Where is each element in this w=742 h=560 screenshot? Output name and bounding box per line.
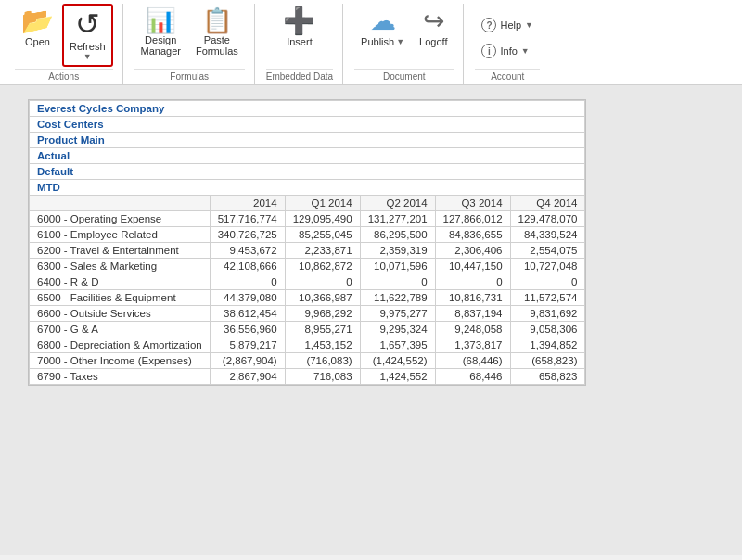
row-value: 2,554,075 <box>510 243 585 259</box>
row-value: 8,837,194 <box>435 306 510 322</box>
row-value: (1,424,552) <box>360 353 435 369</box>
row-value: 85,255,045 <box>285 227 360 243</box>
row-label: 6790 - Taxes <box>30 369 211 385</box>
row-value: 2,233,871 <box>285 243 360 259</box>
row-value: 9,248,058 <box>435 322 510 337</box>
default: Default <box>30 164 585 180</box>
row-value: 9,295,324 <box>360 322 435 337</box>
row-value: 716,083 <box>285 369 360 385</box>
row-value: 11,622,789 <box>360 290 435 306</box>
open-icon: 📂 <box>21 8 54 34</box>
publish-icon: ☁ <box>370 8 396 34</box>
header-row-default: Default <box>30 164 585 180</box>
refresh-button[interactable]: ↺ Refresh ▼ <box>62 4 113 67</box>
help-label: Help <box>500 19 521 31</box>
embedded-group-label: Embedded Data <box>266 69 333 84</box>
row-value: 2,867,904 <box>210 369 285 385</box>
row-value: 340,726,725 <box>210 227 285 243</box>
info-label: Info <box>500 45 517 57</box>
col-header-q1: Q1 2014 <box>285 196 360 211</box>
header-row-mtd: MTD <box>30 180 585 196</box>
row-value: 0 <box>210 274 285 290</box>
row-value: 10,816,731 <box>435 290 510 306</box>
paste-formulas-button[interactable]: 📋 PasteFormulas <box>189 4 245 61</box>
data-table: Everest Cycles Company Cost Centers Prod… <box>29 100 585 385</box>
help-dropdown-icon: ▼ <box>525 20 533 30</box>
document-buttons: ☁ Publish ▼ ↪ Logoff <box>354 4 454 67</box>
refresh-icon: ↺ <box>75 9 100 39</box>
row-label: 6000 - Operating Expense <box>30 211 211 227</box>
ribbon: 📂 Open ↺ Refresh ▼ Actions 📊 DesignManag… <box>0 0 742 85</box>
row-label: 6400 - R & D <box>30 274 211 290</box>
col-header-q3: Q3 2014 <box>435 196 510 211</box>
column-headers-row: 2014 Q1 2014 Q2 2014 Q3 2014 Q4 2014 <box>30 196 585 211</box>
col-header-2014: 2014 <box>210 196 285 211</box>
row-value: 5,879,217 <box>210 337 285 353</box>
insert-button[interactable]: ➕ Insert <box>276 4 322 52</box>
formulas-buttons: 📊 DesignManager 📋 PasteFormulas <box>134 4 245 67</box>
row-value: 658,823 <box>510 369 585 385</box>
row-value: 129,095,490 <box>285 211 360 227</box>
ribbon-group-formulas: 📊 DesignManager 📋 PasteFormulas Formulas <box>125 4 255 84</box>
row-value: 0 <box>510 274 585 290</box>
publish-label: Publish ▼ <box>361 36 404 47</box>
row-value: 131,277,201 <box>360 211 435 227</box>
table-row: 6700 - G & A36,556,9608,955,2719,295,324… <box>30 322 585 337</box>
table-body: Everest Cycles Company Cost Centers Prod… <box>30 101 585 211</box>
row-value: 42,108,666 <box>210 259 285 274</box>
publish-dropdown-icon: ▼ <box>396 37 404 46</box>
table-row: 6300 - Sales & Marketing42,108,66610,862… <box>30 259 585 274</box>
row-value: (68,446) <box>435 353 510 369</box>
cost-centers: Cost Centers <box>30 117 585 133</box>
help-icon: ? <box>481 18 496 32</box>
row-value: 0 <box>435 274 510 290</box>
main-area: Everest Cycles Company Cost Centers Prod… <box>0 85 742 555</box>
row-value: 517,716,774 <box>210 211 285 227</box>
row-label: 6100 - Employee Related <box>30 227 211 243</box>
info-dropdown-icon: ▼ <box>521 46 530 56</box>
design-manager-icon: 📊 <box>146 8 175 32</box>
row-value: 10,366,987 <box>285 290 360 306</box>
row-value: 8,955,271 <box>285 322 360 337</box>
row-value: 129,478,070 <box>510 211 585 227</box>
open-label: Open <box>25 36 50 47</box>
paste-formulas-label: PasteFormulas <box>196 34 238 57</box>
row-value: 9,058,306 <box>510 322 585 337</box>
table-row: 6790 - Taxes2,867,904716,0831,424,55268,… <box>30 369 585 385</box>
open-button[interactable]: 📂 Open <box>15 4 60 52</box>
document-group-label: Document <box>354 69 454 84</box>
row-label: 6700 - G & A <box>30 322 211 337</box>
publish-button[interactable]: ☁ Publish ▼ <box>354 4 411 52</box>
table-row: 6100 - Employee Related340,726,72585,255… <box>30 227 585 243</box>
col-header-q2: Q2 2014 <box>360 196 435 211</box>
ribbon-group-document: ☁ Publish ▼ ↪ Logoff Document <box>345 4 464 84</box>
data-rows-body: 6000 - Operating Expense517,716,774129,0… <box>30 211 585 385</box>
table-row: 6400 - R & D00000 <box>30 274 585 290</box>
table-row: 7000 - Other Income (Expenses)(2,867,904… <box>30 353 585 369</box>
row-value: 9,968,292 <box>285 306 360 322</box>
logoff-button[interactable]: ↪ Logoff <box>413 4 454 52</box>
table-row: 6800 - Depreciation & Amortization5,879,… <box>30 337 585 353</box>
row-value: 1,394,852 <box>510 337 585 353</box>
help-button[interactable]: ? Help ▼ <box>475 14 540 36</box>
insert-label: Insert <box>287 36 313 47</box>
row-value: 1,424,552 <box>360 369 435 385</box>
info-button[interactable]: i Info ▼ <box>475 40 535 62</box>
row-value: 84,339,524 <box>510 227 585 243</box>
row-value: 9,975,277 <box>360 306 435 322</box>
spreadsheet-container: Everest Cycles Company Cost Centers Prod… <box>28 99 586 386</box>
account-buttons: ? Help ▼ i Info ▼ <box>475 4 540 67</box>
header-row-product-main: Product Main <box>30 133 585 148</box>
row-value: 9,453,672 <box>210 243 285 259</box>
actions-group-label: Actions <box>15 69 113 84</box>
ribbon-group-actions: 📂 Open ↺ Refresh ▼ Actions <box>6 4 123 84</box>
row-value: 38,612,454 <box>210 306 285 322</box>
col-header-name <box>30 196 211 211</box>
table-row: 6500 - Facilities & Equipment44,379,0801… <box>30 290 585 306</box>
ribbon-group-account: ? Help ▼ i Info ▼ Account <box>466 4 549 84</box>
logoff-icon: ↪ <box>423 8 444 34</box>
row-value: 68,446 <box>435 369 510 385</box>
embedded-buttons: ➕ Insert <box>266 4 333 67</box>
row-value: 11,572,574 <box>510 290 585 306</box>
design-manager-button[interactable]: 📊 DesignManager <box>134 4 187 61</box>
